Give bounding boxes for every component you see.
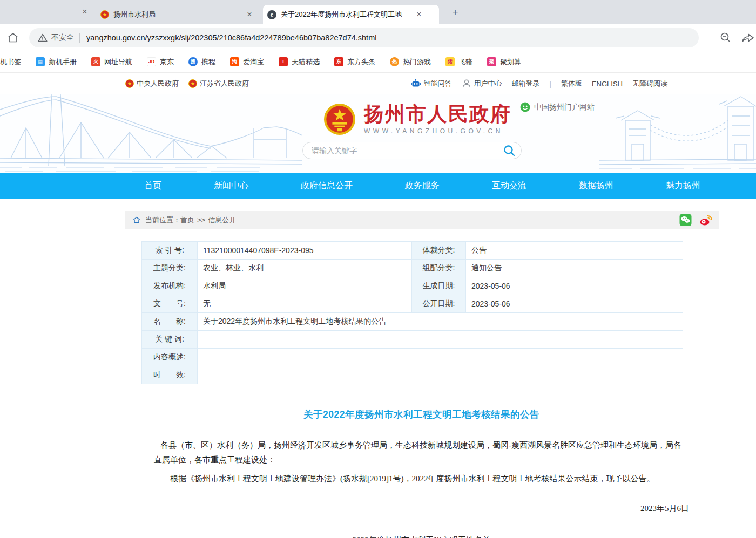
meta-label: 公开日期: [412,295,466,313]
search-input[interactable] [312,146,503,155]
meta-value: 关于2022年度扬州市水利工程文明工地考核结果的公告 [198,313,683,331]
meta-value: 农业、林业、水利 [198,260,412,277]
user-icon [462,79,471,88]
site-favicon-icon: e [267,10,276,19]
link-central-government[interactable]: ★ 中央人民政府 [125,79,179,88]
nav-item-info-disclosure[interactable]: 政府信息公开 [301,180,353,192]
bookmark-favicon-icon: 东 [334,57,343,66]
nav-item-interaction[interactable]: 互动交流 [492,180,526,192]
tab-title: 关于2022年度扬州市水利工程文明工地 [281,10,409,19]
bookmarks-bar: 机书签 ▤ 新机手册 火 网址导航 JD 京东 携 携程 淘 爱淘宝 T 天猫精… [0,51,756,73]
breadcrumb-home-link[interactable]: 首页 [180,215,194,225]
link-jiangsu-government[interactable]: ★ 江苏省人民政府 [188,79,249,88]
nav-item-news[interactable]: 新闻中心 [214,180,248,192]
site-header: 扬州市人民政府 WWW.YANGZHOU.GOV.CN 中国扬州门户网站 [0,94,756,173]
bookmark-item[interactable]: 淘 爱淘宝 [230,57,264,67]
tab-active-announcement[interactable]: e 关于2022年度扬州市水利工程文明工地 × [263,5,439,24]
bookmark-label: 东方头条 [347,57,375,67]
link-mail-login[interactable]: 邮箱登录 [512,79,540,88]
table-row: 时 效: [142,366,683,384]
portal-label: 中国扬州门户网站 [534,103,595,112]
meta-value: 2023-05-06 [466,295,683,313]
bookmark-item[interactable]: ▤ 新机手册 [36,57,77,67]
close-icon[interactable]: × [414,9,424,20]
meta-value [198,349,683,366]
browser-tab-bar: × ★ 扬州市水利局 × e 关于2022年度扬州市水利工程文明工地 × + [0,0,756,24]
url-text[interactable]: yangzhou.gov.cn/yzszxxgk/slj/202305/210c… [86,33,376,42]
meta-label: 关 键 词: [142,331,198,349]
nav-item-home[interactable]: 首页 [144,180,161,192]
bookmark-favicon-icon: ▤ [36,57,45,66]
gov-emblem-icon: ★ [125,79,134,88]
search-icon[interactable] [503,144,516,157]
article-paragraph: 各县（市、区）水利（务）局，扬州经济开发区城乡事务管理局，生态科技新城规划建设局… [154,438,689,467]
meta-value: 水利局 [198,277,412,295]
bookmark-label: 京东 [160,57,174,67]
link-english[interactable]: ENGLISH [592,80,623,88]
link-traditional-chinese[interactable]: 繁体版 [561,79,582,88]
bookmark-item[interactable]: 东 东方头条 [334,57,375,67]
bookmark-item[interactable]: 火 网址导航 [91,57,132,67]
tab-yangzhou-water-bureau[interactable]: ★ 扬州市水利局 × [96,5,259,24]
site-search [302,142,522,159]
breadcrumb-prefix: 当前位置： [145,215,180,225]
bookmark-label: 飞猪 [458,57,473,67]
meta-value: 无 [198,295,412,313]
table-row: 发布机构: 水利局 生成日期: 2023-05-06 [142,277,683,295]
main-navigation: 首页 新闻中心 政府信息公开 政务服务 互动交流 数据扬州 魅力扬州 [0,173,756,199]
bookmark-item[interactable]: 聚 聚划算 [487,57,521,67]
home-icon[interactable] [6,31,19,44]
table-row: 文 号: 无 公开日期: 2023-05-06 [142,295,683,313]
security-status[interactable]: 不安全 [51,33,74,43]
nav-item-charm[interactable]: 魅力扬州 [666,180,700,192]
site-domain: WWW.YANGZHOU.GOV.CN [364,127,511,135]
breadcrumb-current[interactable]: 信息公开 [208,215,236,225]
site-logo[interactable]: 扬州市人民政府 WWW.YANGZHOU.GOV.CN [323,103,511,136]
nav-item-data[interactable]: 数据扬州 [579,180,613,192]
article-date: 2023年5月6日 [154,501,689,516]
divider [79,33,80,43]
meta-label: 索 引 号: [142,242,198,260]
bookmark-item[interactable]: 携 携程 [188,57,215,67]
bookmark-favicon-icon: 聚 [487,57,496,66]
home-icon[interactable] [132,216,141,224]
portal-link[interactable]: 中国扬州门户网站 [520,102,595,112]
close-icon[interactable]: × [244,9,255,20]
zoom-out-icon[interactable] [719,31,732,44]
bookmark-favicon-icon: 火 [91,57,100,66]
site-utility-bar: ★ 中央人民政府 ★ 江苏省人民政府 智能问答 [0,73,756,94]
meta-label: 时 效: [142,366,198,384]
bookmark-item[interactable]: 热 热门游戏 [390,57,431,67]
bookmark-item[interactable]: 机书签 [0,57,21,67]
bookmark-favicon-icon: 淘 [230,57,239,66]
meta-label: 组配分类: [412,260,466,277]
article-list-title: 2022年度扬州市水利工程文明工地名单 [154,533,689,538]
breadcrumb: 当前位置： 首页 >> 信息公开 [125,211,719,229]
gov-emblem-icon: ★ [188,79,197,88]
bookmark-label: 新机手册 [49,57,77,67]
nav-item-services[interactable]: 政务服务 [405,180,440,192]
url-field[interactable]: 不安全 yangzhou.gov.cn/yzszxxgk/slj/202305/… [29,28,699,47]
meta-value: 11321000014407098E-2023-095 [198,242,412,260]
link-smart-qa[interactable]: 智能问答 [410,79,452,88]
bookmark-item[interactable]: T 天猫精选 [279,57,320,67]
meta-label: 体裁分类: [412,242,466,260]
link-user-center[interactable]: 用户中心 [462,79,502,88]
share-icon[interactable] [741,31,755,44]
site-title: 扬州市人民政府 [364,104,511,126]
bookmark-favicon-icon: T [279,57,288,66]
wechat-share-icon[interactable] [679,214,692,226]
breadcrumb-separator: >> [197,216,205,224]
weibo-share-icon[interactable] [699,214,712,226]
table-row: 名 称: 关于2022年度扬州市水利工程文明工地考核结果的公告 [142,313,683,331]
bookmark-item[interactable]: JD 京东 [147,57,174,67]
bookmark-item[interactable]: 猪 飞猪 [446,57,473,67]
new-tab-button[interactable]: + [448,5,462,19]
meta-value [198,331,683,349]
link-accessibility[interactable]: 无障碍阅读 [632,79,667,88]
close-icon[interactable]: × [79,6,90,17]
bookmark-favicon-icon: 热 [390,57,399,66]
browser-url-bar: 不安全 yangzhou.gov.cn/yzszxxgk/slj/202305/… [0,24,756,51]
bookmark-label: 携程 [201,57,215,67]
tab-title: 扬州市水利局 [113,10,240,19]
